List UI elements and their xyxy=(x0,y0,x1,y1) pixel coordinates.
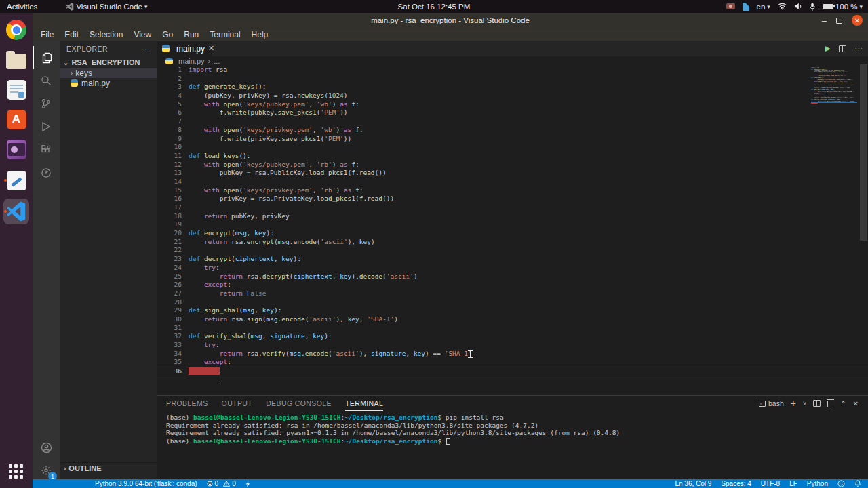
split-editor-icon[interactable] xyxy=(839,45,846,52)
menu-file[interactable]: File xyxy=(35,30,59,39)
code-line-30[interactable]: 30 return rsa.sign(msg.encode('ascii'), … xyxy=(157,315,868,324)
run-python-file-button[interactable]: ▶ xyxy=(825,44,831,53)
code-line-29[interactable]: 29def sign_sha1(msg, key): xyxy=(157,306,868,315)
menu-help[interactable]: Help xyxy=(246,30,274,39)
keyboard-layout[interactable]: en▾ xyxy=(757,3,770,11)
code-line-36[interactable]: 36 xyxy=(157,367,868,375)
show-applications-icon[interactable] xyxy=(3,459,29,485)
code-line-7[interactable]: 7 xyxy=(157,117,868,126)
code-line-9[interactable]: 9 f.write(privKey.save_pkcs1('PEM')) xyxy=(157,135,868,144)
run-and-debug-icon[interactable] xyxy=(33,115,60,138)
lightning-icon[interactable] xyxy=(245,481,250,487)
code-line-28[interactable]: 28 xyxy=(157,298,868,307)
terminal-dropdown-icon[interactable]: ˅ xyxy=(803,400,806,407)
code-line-14[interactable]: 14 xyxy=(157,178,868,186)
terminal-prompt-line[interactable]: (base) bassel@bassel-Lenovo-Legion-Y530-… xyxy=(166,437,868,445)
code-line-19[interactable]: 19 xyxy=(157,220,868,229)
account-icon[interactable] xyxy=(33,436,60,459)
chrome-icon[interactable] xyxy=(3,17,29,43)
code-line-11[interactable]: 11def load_keys(): xyxy=(157,152,868,161)
volume-icon[interactable] xyxy=(794,3,802,10)
document-tray-icon[interactable] xyxy=(743,3,749,11)
code-line-10[interactable]: 10 xyxy=(157,143,868,152)
explorer-root-folder[interactable]: ⌄ RSA_ENCRYPTION xyxy=(60,57,157,68)
code-line-15[interactable]: 15 with open('keys/privkey.pem', 'rb') a… xyxy=(157,186,868,195)
code-line-5[interactable]: 5 with open('keys/pubkey.pem', 'wb') as … xyxy=(157,100,868,109)
code-line-1[interactable]: 1import rsa xyxy=(157,66,868,75)
code-line-33[interactable]: 33 try: xyxy=(157,341,868,350)
wifi-icon[interactable] xyxy=(778,3,787,10)
terminal-output[interactable]: (base) bassel@bassel-Lenovo-Legion-Y530-… xyxy=(157,411,868,445)
kill-terminal-icon[interactable] xyxy=(827,401,833,407)
settings-gear-icon[interactable]: 1 xyxy=(33,459,60,482)
tab-terminal[interactable]: TERMINAL xyxy=(345,396,383,411)
menu-selection[interactable]: Selection xyxy=(84,30,128,39)
code-line-8[interactable]: 8 with open('keys/privkey.pem', 'wb') as… xyxy=(157,126,868,135)
screen-record-icon[interactable] xyxy=(726,3,735,9)
files-icon[interactable] xyxy=(3,47,29,73)
code-line-12[interactable]: 12 with open('keys/pubkey.pem', 'rb') as… xyxy=(157,161,868,169)
code-line-6[interactable]: 6 f.write(pubkey.save_pkcs1('PEM')) xyxy=(157,108,868,117)
new-terminal-icon[interactable]: + xyxy=(791,398,796,409)
vscode-icon[interactable] xyxy=(3,199,29,224)
search-icon[interactable] xyxy=(33,69,60,92)
activities-button[interactable]: Activities xyxy=(7,3,37,11)
minimap[interactable]: import rsadef generate_keys(): (pubKey, … xyxy=(811,67,854,115)
breadcrumb[interactable]: main.py › ... xyxy=(157,56,868,66)
battery-indicator[interactable]: 100 %▾ xyxy=(823,3,863,11)
terminal-prompt-line[interactable]: (base) bassel@bassel-Lenovo-Legion-Y530-… xyxy=(166,413,868,422)
text-editor-icon[interactable] xyxy=(3,167,29,193)
code-line-23[interactable]: 23def decrypt(ciphertext, key): xyxy=(157,255,868,264)
ubuntu-software-icon[interactable]: A xyxy=(3,106,29,132)
restore-button[interactable] xyxy=(836,18,842,24)
code-line-34[interactable]: 34 return rsa.verify(msg.encode('ascii')… xyxy=(157,350,868,359)
code-line-20[interactable]: 20def encrypt(msg, key): xyxy=(157,229,868,238)
close-button[interactable]: ✕ xyxy=(852,15,863,26)
tab-main-py[interactable]: main.py ✕ xyxy=(157,41,212,56)
cursor-position[interactable]: Ln 36, Col 9 xyxy=(675,480,711,487)
code-line-24[interactable]: 24 try: xyxy=(157,264,868,272)
tab-output[interactable]: OUTPUT xyxy=(222,396,253,411)
code-line-22[interactable]: 22 xyxy=(157,246,868,255)
code-line-32[interactable]: 32def verify_sha1(msg, signature, key): xyxy=(157,332,868,341)
menu-view[interactable]: View xyxy=(128,30,157,39)
maximize-panel-icon[interactable]: ⌃ xyxy=(840,400,846,407)
encoding-setting[interactable]: UTF-8 xyxy=(761,480,780,487)
notifications-bell-icon[interactable] xyxy=(854,480,861,487)
libreoffice-writer-icon[interactable] xyxy=(3,77,29,102)
code-line-18[interactable]: 18 return pubKey, privKey xyxy=(157,212,868,221)
tab-close-icon[interactable]: ✕ xyxy=(208,44,214,53)
code-line-35[interactable]: 35 except: xyxy=(157,358,868,367)
code-line-2[interactable]: 2 xyxy=(157,75,868,83)
python-interpreter-selector[interactable]: Python 3.9.0 64-bit ('flask': conda) xyxy=(95,480,197,487)
code-line-27[interactable]: 27 return False xyxy=(157,289,868,298)
explorer-tab-icon[interactable] xyxy=(33,46,60,69)
code-line-16[interactable]: 16 privKey = rsa.PrivateKey.load_pkcs1(f… xyxy=(157,195,868,203)
editor-scrollbar[interactable] xyxy=(860,64,867,241)
code-line-26[interactable]: 26 except: xyxy=(157,281,868,289)
extensions-icon[interactable] xyxy=(33,138,60,161)
menu-go[interactable]: Go xyxy=(157,30,178,39)
microphone-icon[interactable] xyxy=(810,3,815,11)
editor-more-actions[interactable]: ⋯ xyxy=(854,44,863,54)
outline-section[interactable]: › OUTLINE xyxy=(60,462,157,474)
menu-edit[interactable]: Edit xyxy=(59,30,84,39)
feedback-smiley-icon[interactable] xyxy=(837,480,845,487)
code-line-25[interactable]: 25 return rsa.decrypt(ciphertext, key).d… xyxy=(157,272,868,281)
explorer-more-actions[interactable]: ··· xyxy=(142,45,151,53)
code-line-13[interactable]: 13 pubKey = rsa.PublicKey.load_pkcs1(f.r… xyxy=(157,169,868,178)
menu-terminal[interactable]: Terminal xyxy=(204,30,245,39)
terminal-selector[interactable]: › bash xyxy=(759,399,784,407)
app-menu[interactable]: Visual Studio Code▾ xyxy=(66,3,147,11)
code-line-31[interactable]: 31 xyxy=(157,324,868,333)
code-line-21[interactable]: 21 return rsa.encrypt(msg.encode('ascii'… xyxy=(157,238,868,247)
tab-problems[interactable]: PROBLEMS xyxy=(166,396,208,411)
language-mode[interactable]: Python xyxy=(807,480,828,487)
menu-run[interactable]: Run xyxy=(178,30,204,39)
code-line-4[interactable]: 4 (pubKey, privKey) = rsa.newkeys(1024) xyxy=(157,92,868,100)
tree-item-keys[interactable]: ›keys xyxy=(60,68,157,78)
indentation-setting[interactable]: Spaces: 4 xyxy=(721,480,751,487)
tab-debug-console[interactable]: DEBUG CONSOLE xyxy=(266,396,332,411)
video-app-icon[interactable] xyxy=(3,136,29,162)
minimize-button[interactable]: – xyxy=(822,16,827,26)
